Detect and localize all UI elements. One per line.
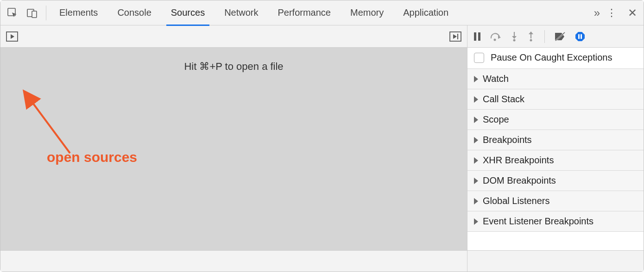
more-menu-icon[interactable]: ⋮ [606,9,617,16]
section-label: Breakpoints [483,135,532,145]
section-label: XHR Breakpoints [483,155,554,166]
sidebar-bottom-strip [467,250,644,272]
section-xhr-breakpoints[interactable]: XHR Breakpoints [467,150,644,170]
svg-rect-10 [474,32,476,41]
tab-console[interactable]: Console [115,1,153,25]
sources-body: Hit ⌘+P to open a file open sources [0,48,467,250]
svg-rect-2 [32,11,37,18]
section-event-listener-breakpoints[interactable]: Event Listener Breakpoints [467,211,644,232]
disclosure-triangle-icon [474,218,478,225]
svg-marker-18 [529,31,533,34]
section-scope[interactable]: Scope [467,109,644,130]
svg-marker-15 [512,36,517,39]
overflow-chevrons-icon[interactable]: » [594,6,598,19]
disclosure-triangle-icon [474,137,478,143]
pause-on-caught-label: Pause On Caught Exceptions [491,52,612,63]
debugger-toolbar [467,25,644,48]
disclosure-triangle-icon [474,96,478,103]
tab-performance[interactable]: Performance [276,1,333,25]
svg-rect-25 [581,34,582,39]
section-breakpoints[interactable]: Breakpoints [467,130,644,150]
inspect-element-icon[interactable] [7,7,18,19]
step-out-icon[interactable] [527,31,535,42]
disclosure-triangle-icon [474,117,478,123]
section-call-stack[interactable]: Call Stack [467,89,644,109]
tab-network[interactable]: Network [222,1,260,25]
svg-marker-6 [453,34,457,39]
close-devtools-icon[interactable]: ✕ [628,6,637,19]
section-label: Event Listener Breakpoints [483,216,593,227]
svg-point-16 [513,39,516,41]
sources-footer [0,250,467,272]
pause-on-caught-row: Pause On Caught Exceptions [467,48,644,68]
sidebar-spacer [467,232,644,250]
debugger-sections: WatchCall StackScopeBreakpointsXHR Break… [467,68,644,232]
section-label: Call Stack [483,94,524,105]
svg-rect-11 [478,32,480,41]
show-navigator-icon[interactable] [6,31,18,42]
section-label: Watch [483,74,509,84]
svg-point-13 [494,38,496,41]
step-over-icon[interactable] [490,32,502,41]
sources-left-pane: Hit ⌘+P to open a file open sources [0,25,467,272]
divider [46,6,46,20]
section-watch[interactable]: Watch [467,68,644,89]
toggle-device-toolbar-icon[interactable] [26,7,38,19]
section-label: Global Listeners [483,196,550,206]
disclosure-triangle-icon [474,198,478,204]
section-dom-breakpoints[interactable]: DOM Breakpoints [467,170,644,191]
svg-line-9 [32,101,70,153]
tab-elements[interactable]: Elements [57,1,100,25]
disclosure-triangle-icon [474,157,478,164]
debugger-sidebar: Pause On Caught Exceptions WatchCall Sta… [467,25,644,272]
annotation-arrow [26,98,77,160]
annotation-label: open sources [47,149,137,165]
svg-marker-23 [575,32,585,41]
section-label: Scope [483,114,509,125]
tab-application[interactable]: Application [401,1,450,25]
disclosure-triangle-icon [474,178,478,184]
section-label: DOM Breakpoints [483,175,556,186]
devtools-tabbar: ElementsConsoleSourcesNetworkPerformance… [0,0,644,25]
svg-rect-24 [578,34,580,39]
pause-on-caught-checkbox[interactable] [474,53,484,63]
disclosure-triangle-icon [474,76,478,82]
open-file-hint: Hit ⌘+P to open a file [0,61,467,73]
pause-script-icon[interactable] [473,32,481,41]
svg-point-19 [530,39,532,41]
sources-toolbar [0,25,467,48]
deactivate-breakpoints-icon[interactable] [554,31,566,42]
section-global-listeners[interactable]: Global Listeners [467,191,644,211]
svg-marker-4 [11,34,14,39]
tab-memory[interactable]: Memory [348,1,385,25]
step-into-icon[interactable] [510,31,518,42]
pause-on-exceptions-icon[interactable] [575,31,586,42]
show-debugger-icon[interactable] [449,31,461,42]
tab-sources[interactable]: Sources [169,1,207,25]
divider [544,30,545,43]
panel-tabs: ElementsConsoleSourcesNetworkPerformance… [57,1,586,25]
